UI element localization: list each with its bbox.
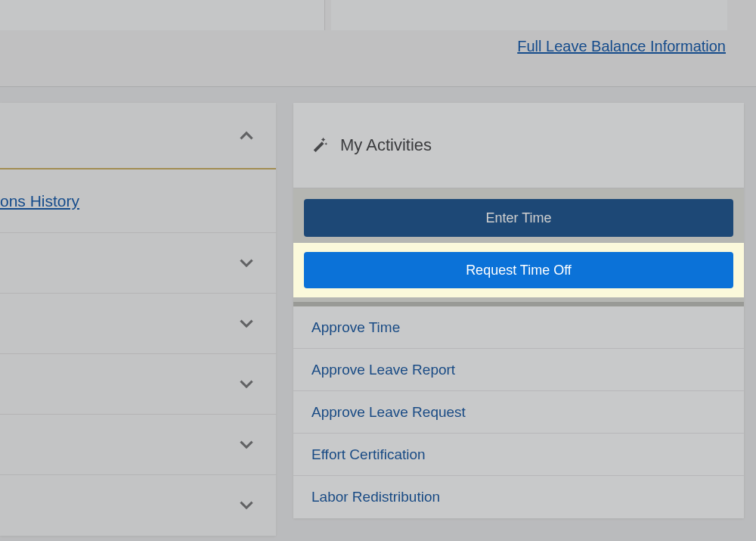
sidebar-history-row[interactable]: ons History xyxy=(0,169,276,233)
sidebar-section-collapsed-2[interactable] xyxy=(0,294,276,354)
chevron-down-icon xyxy=(237,375,256,398)
sidebar-section-expanded[interactable] xyxy=(0,103,276,169)
full-leave-balance-link[interactable]: Full Leave Balance Information xyxy=(517,38,726,55)
wand-icon xyxy=(311,135,328,155)
chevron-down-icon xyxy=(237,315,256,337)
chevron-down-icon xyxy=(237,496,256,519)
activity-effort-certification[interactable]: Effort Certification xyxy=(293,434,744,476)
top-card-left xyxy=(0,0,325,30)
panel-title: My Activities xyxy=(340,135,432,155)
sidebar-section-collapsed-1[interactable] xyxy=(0,233,276,294)
activity-labor-redistribution[interactable]: Labor Redistribution xyxy=(293,476,744,518)
chevron-down-icon xyxy=(237,254,256,277)
chevron-down-icon xyxy=(237,436,256,459)
request-time-off-highlight: Request Time Off xyxy=(293,243,744,297)
request-time-off-button[interactable]: Request Time Off xyxy=(304,252,733,288)
activity-approve-leave-report[interactable]: Approve Leave Report xyxy=(293,349,744,391)
sidebar-section-collapsed-3[interactable] xyxy=(0,354,276,415)
enter-time-button[interactable]: Enter Time xyxy=(304,199,733,237)
activity-approve-leave-request[interactable]: Approve Leave Request xyxy=(293,391,744,434)
top-card-right xyxy=(331,0,727,30)
chevron-up-icon xyxy=(237,126,256,148)
sidebar: ons History xyxy=(0,103,276,536)
my-activities-panel: My Activities Enter Time Approve Time Ap… xyxy=(293,103,744,518)
top-panel: Full Leave Balance Information xyxy=(0,0,756,87)
sidebar-section-collapsed-4[interactable] xyxy=(0,415,276,475)
sidebar-history-link[interactable]: ons History xyxy=(0,192,79,210)
activity-approve-time[interactable]: Approve Time xyxy=(293,306,744,349)
activity-list: Approve Time Approve Leave Report Approv… xyxy=(293,306,744,518)
panel-header: My Activities xyxy=(293,103,744,188)
sidebar-section-collapsed-5[interactable] xyxy=(0,475,276,536)
